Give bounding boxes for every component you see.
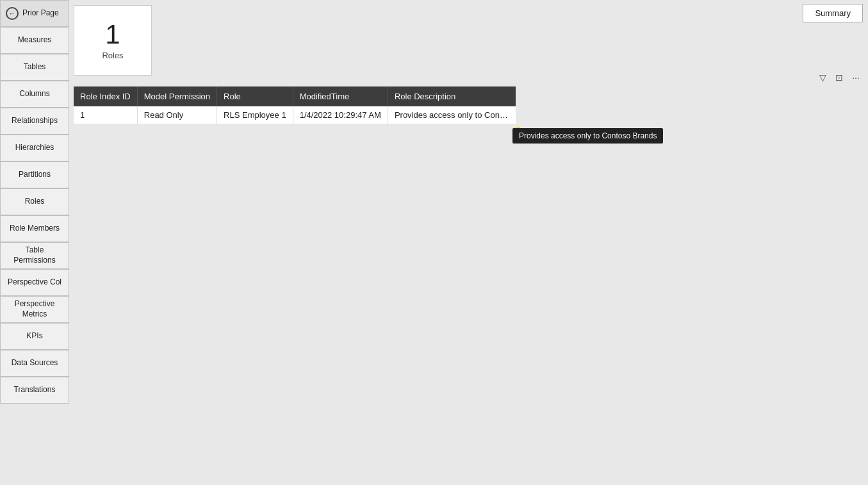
cell-modified-time: 1/4/2022 10:29:47 AM bbox=[293, 106, 388, 124]
col-header-modified-time: ModifiedTime bbox=[293, 86, 388, 106]
sidebar-item-data-sources[interactable]: Data Sources bbox=[0, 350, 69, 377]
sidebar-item-translations[interactable]: Translations bbox=[0, 377, 69, 404]
table-row: 1 Read Only RLS Employee 1 1/4/2022 10:2… bbox=[74, 106, 516, 124]
sidebar-item-kpis[interactable]: KPIs bbox=[0, 323, 69, 350]
table-toolbar: ▽ ⊡ ··· bbox=[815, 70, 863, 85]
cell-role-index-id: 1 bbox=[74, 106, 137, 124]
tooltip: Provides access only to Contoso Brands bbox=[512, 128, 663, 144]
cell-role: RLS Employee 1 bbox=[217, 106, 293, 124]
col-header-model-permission: Model Permission bbox=[137, 86, 217, 106]
filter-icon[interactable]: ▽ bbox=[815, 70, 830, 85]
expand-icon[interactable]: ⊡ bbox=[832, 70, 846, 85]
cursor-indicator bbox=[512, 124, 523, 134]
sidebar-item-roles[interactable]: Roles bbox=[0, 188, 69, 215]
sidebar-item-tables[interactable]: Tables bbox=[0, 54, 69, 81]
sidebar-item-perspective-metrics[interactable]: Perspective Metrics bbox=[0, 296, 69, 323]
sidebar-item-table-permissions[interactable]: Table Permissions bbox=[0, 242, 69, 269]
more-options-icon[interactable]: ··· bbox=[849, 70, 863, 85]
sidebar-item-perspective-col[interactable]: Perspective Col bbox=[0, 269, 69, 296]
summary-button[interactable]: Summary bbox=[803, 4, 863, 22]
prior-page-button[interactable]: ← Prior Page bbox=[0, 0, 69, 27]
sidebar-item-partitions[interactable]: Partitions bbox=[0, 161, 69, 188]
prior-page-label: Prior Page bbox=[22, 8, 59, 19]
col-header-role: Role bbox=[217, 86, 293, 106]
sidebar-item-measures[interactable]: Measures bbox=[0, 27, 69, 54]
col-header-role-description: Role Description bbox=[388, 86, 516, 106]
sidebar-item-role-members[interactable]: Role Members bbox=[0, 215, 69, 242]
data-table: Role Index ID Model Permission Role Modi… bbox=[74, 86, 509, 124]
sidebar: ← Prior Page Measures Tables Columns Rel… bbox=[0, 0, 70, 485]
sidebar-item-relationships[interactable]: Relationships bbox=[0, 108, 69, 135]
col-header-role-index-id: Role Index ID bbox=[74, 86, 137, 106]
cell-role-description: Provides access only to Contoso Brands bbox=[388, 106, 516, 124]
sidebar-item-hierarchies[interactable]: Hierarchies bbox=[0, 135, 69, 161]
cell-model-permission: Read Only bbox=[137, 106, 217, 124]
roles-label: Roles bbox=[102, 51, 123, 60]
roles-count: 1 bbox=[105, 21, 120, 48]
back-arrow-icon: ← bbox=[6, 7, 19, 20]
sidebar-item-columns[interactable]: Columns bbox=[0, 81, 69, 108]
roles-card: 1 Roles bbox=[74, 5, 152, 76]
